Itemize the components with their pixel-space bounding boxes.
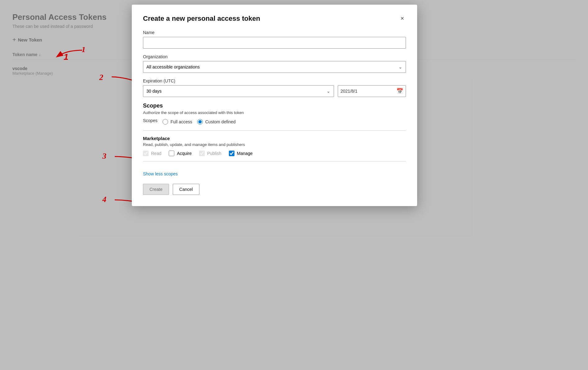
marketplace-checkbox-group: Read Acquire Publish Manage xyxy=(143,151,406,156)
acquire-option[interactable]: Acquire xyxy=(169,151,191,156)
read-option[interactable]: Read xyxy=(143,151,161,156)
full-access-label: Full access xyxy=(171,119,192,124)
create-token-modal: Create a new personal access token × Nam… xyxy=(132,5,417,206)
close-button[interactable]: × xyxy=(399,15,406,22)
custom-defined-label: Custom defined xyxy=(205,119,236,124)
name-field-group: Name xyxy=(143,30,406,49)
publish-checkbox[interactable] xyxy=(199,151,205,156)
svg-text:2: 2 xyxy=(99,74,103,82)
publish-label: Publish xyxy=(207,151,221,156)
expiration-label: Expiration (UTC) xyxy=(143,78,406,83)
date-input-wrapper: 📅 xyxy=(338,85,406,97)
publish-option[interactable]: Publish xyxy=(199,151,221,156)
acquire-label: Acquire xyxy=(177,151,191,156)
calendar-icon[interactable]: 📅 xyxy=(396,88,403,95)
manage-checkbox[interactable] xyxy=(229,151,234,156)
scopes-inline-label: Scopes xyxy=(143,118,158,123)
custom-defined-radio[interactable] xyxy=(197,119,203,125)
scopes-radio-row: Scopes Full access Custom defined xyxy=(143,118,406,126)
scopes-divider xyxy=(143,130,406,131)
modal-title: Create a new personal access token xyxy=(143,15,260,23)
expiration-select-wrapper: 30 days 7 days 90 days Custom defined ⌄ xyxy=(143,85,334,97)
custom-defined-option[interactable]: Custom defined xyxy=(197,119,236,125)
expiration-row: 30 days 7 days 90 days Custom defined ⌄ … xyxy=(143,85,406,97)
manage-label: Manage xyxy=(237,151,253,156)
acquire-checkbox[interactable] xyxy=(169,151,174,156)
svg-text:3: 3 xyxy=(102,152,106,161)
org-label: Organization xyxy=(143,54,406,59)
read-checkbox[interactable] xyxy=(143,151,149,156)
full-access-radio[interactable] xyxy=(163,119,168,125)
scopes-desc: Authorize the scope of access associated… xyxy=(143,110,406,115)
name-input[interactable] xyxy=(143,37,406,49)
scopes-section: Scopes Authorize the scope of access ass… xyxy=(143,103,406,126)
cancel-button[interactable]: Cancel xyxy=(173,184,199,195)
date-input[interactable] xyxy=(341,89,396,94)
marketplace-desc: Read, publish, update, and manage items … xyxy=(143,142,406,147)
org-field-group: Organization All accessible organization… xyxy=(143,54,406,73)
show-less-link[interactable]: Show less scopes xyxy=(143,171,178,176)
marketplace-divider xyxy=(143,161,406,161)
org-select-wrapper: All accessible organizations ⌄ xyxy=(143,61,406,73)
create-button[interactable]: Create xyxy=(143,184,169,195)
org-select[interactable]: All accessible organizations xyxy=(143,61,406,73)
svg-text:4: 4 xyxy=(102,195,106,204)
read-label: Read xyxy=(151,151,161,156)
full-access-option[interactable]: Full access xyxy=(163,119,192,125)
svg-text:1: 1 xyxy=(82,47,85,54)
arrow-1: 1 xyxy=(48,47,85,63)
modal-footer: Create Cancel xyxy=(143,184,406,195)
marketplace-section: Marketplace Read, publish, update, and m… xyxy=(143,136,406,156)
modal-header: Create a new personal access token × xyxy=(143,15,406,23)
expiration-select[interactable]: 30 days 7 days 90 days Custom defined xyxy=(143,85,334,97)
marketplace-title: Marketplace xyxy=(143,136,406,141)
name-label: Name xyxy=(143,30,406,35)
scopes-title: Scopes xyxy=(143,103,406,109)
expiration-field-group: Expiration (UTC) 30 days 7 days 90 days … xyxy=(143,78,406,97)
manage-option[interactable]: Manage xyxy=(229,151,253,156)
